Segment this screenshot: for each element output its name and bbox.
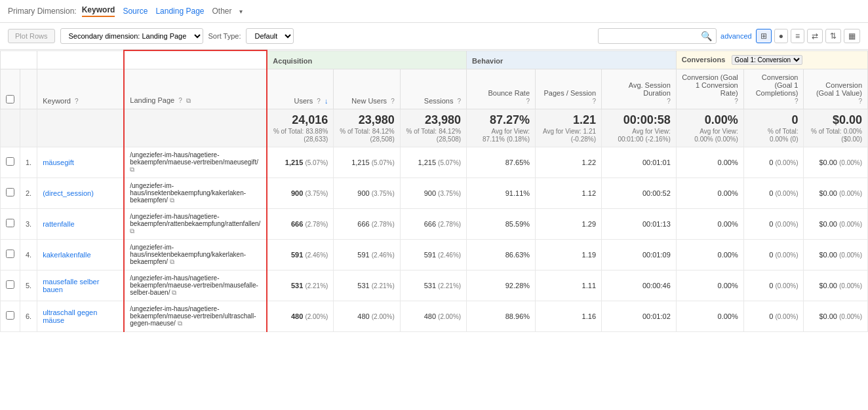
dim-keyword[interactable]: Keyword	[82, 5, 115, 17]
dim-other-dropdown[interactable]: Other ▾	[212, 7, 248, 16]
row-check-5[interactable]	[6, 311, 14, 320]
totals-pages-sub1: Avg for View:	[543, 128, 582, 135]
keyword-link-4[interactable]: mausefalle selber bauen	[43, 278, 99, 293]
landing-copy-icon-row[interactable]: ⧉	[170, 196, 174, 204]
landing-copy-icon-row[interactable]: ⧉	[130, 227, 134, 234]
conv-comp-help-icon[interactable]: ?	[795, 98, 799, 105]
duration-help-icon[interactable]: ?	[667, 98, 671, 105]
row-conv-value: $0.00 (0.00%)	[804, 301, 868, 331]
conv-rate-help-icon[interactable]: ?	[734, 98, 738, 105]
view-icon-grid[interactable]: ⊞	[756, 29, 772, 43]
view-icon-compare1[interactable]: ⇄	[807, 29, 823, 43]
row-num: 5.	[20, 270, 37, 301]
search-input[interactable]	[602, 32, 701, 40]
th-landing-placeholder	[124, 50, 267, 69]
th-sessions[interactable]: Sessions ?	[400, 69, 466, 109]
dim-landing-page[interactable]: Landing Page	[155, 7, 204, 16]
th-conv-rate[interactable]: Conversion (Goal 1 Conversion Rate) ?	[676, 69, 743, 109]
row-conv-comp: 0 (0.00%)	[743, 208, 804, 239]
keyword-help-icon[interactable]: ?	[75, 98, 79, 105]
totals-conv-rate-sub3: (0.00%)	[715, 136, 738, 143]
th-conv-value[interactable]: Conversion (Goal 1 Value) ?	[804, 69, 868, 109]
th-bounce-rate[interactable]: Bounce Rate ?	[467, 69, 536, 109]
caret-icon: ▾	[239, 8, 243, 15]
th-users[interactable]: Users ? ↓	[267, 69, 334, 109]
row-check-2[interactable]	[6, 219, 14, 227]
row-bounce: 88.96%	[467, 301, 536, 331]
row-checkbox[interactable]	[1, 301, 20, 331]
conversions-label: Conversions	[682, 56, 726, 64]
pages-help-icon[interactable]: ?	[592, 98, 596, 105]
row-check-0[interactable]	[6, 157, 14, 166]
new-users-help-icon[interactable]: ?	[391, 98, 395, 105]
select-all-checkbox[interactable]	[6, 95, 14, 103]
th-avg-duration[interactable]: Avg. Session Duration ?	[602, 69, 677, 109]
th-conv-completions[interactable]: Conversion (Goal 1 Completions) ?	[743, 69, 804, 109]
th-pages-session[interactable]: Pages / Session ?	[536, 69, 602, 109]
row-landing[interactable]: /ungeziefer-im-haus/nagetiere-bekaempfen…	[124, 301, 267, 331]
landing-copy-icon-row[interactable]: ⧉	[172, 289, 176, 296]
row-keyword[interactable]: mäusegift	[37, 147, 125, 177]
plot-rows-button[interactable]: Plot Rows	[8, 29, 55, 43]
view-icon-dot[interactable]: ●	[774, 29, 788, 43]
row-sessions: 900 (3.75%)	[400, 177, 466, 208]
row-check-3[interactable]	[6, 250, 14, 258]
row-landing[interactable]: /ungeziefer-im-haus/nagetiere-bekaempfen…	[124, 208, 267, 239]
row-conv-comp: 0 (0.00%)	[743, 147, 804, 177]
row-conv-value: $0.00 (0.00%)	[804, 208, 868, 239]
users-help-icon[interactable]: ?	[317, 98, 321, 105]
row-conv-val-pct: (0.00%)	[839, 221, 862, 228]
bounce-help-icon[interactable]: ?	[526, 98, 530, 105]
totals-bounce-sub1: Avg for View:	[491, 128, 530, 135]
row-keyword[interactable]: ultraschall gegen mäuse	[37, 301, 125, 331]
table-row: 3. rattenfalle /ungeziefer-im-haus/naget…	[1, 208, 868, 239]
row-keyword[interactable]: rattenfalle	[37, 208, 125, 239]
view-icon-pivot[interactable]: ▦	[844, 29, 860, 43]
row-checkbox[interactable]	[1, 208, 20, 239]
view-icon-list[interactable]: ≡	[791, 29, 804, 43]
totals-sessions-value: 23,980	[406, 113, 461, 127]
row-checkbox[interactable]	[1, 239, 20, 270]
goal-dropdown[interactable]: Goal 1: Conversion	[732, 55, 802, 65]
landing-copy-icon-row[interactable]: ⧉	[178, 320, 182, 327]
keyword-link-0[interactable]: mäusegift	[43, 158, 74, 166]
th-keyword[interactable]: Keyword ?	[37, 69, 125, 109]
keyword-link-2[interactable]: rattenfalle	[43, 220, 74, 228]
primary-dim-label: Primary Dimension:	[8, 7, 77, 16]
totals-users-sublabel: % of Total:	[273, 128, 304, 135]
row-conv-val-pct: (0.00%)	[839, 252, 862, 259]
row-landing[interactable]: /ungeziefer-im-haus/nagetiere-bekaempfen…	[124, 147, 267, 177]
landing-copy-icon-row[interactable]: ⧉	[130, 166, 134, 173]
row-keyword[interactable]: mausefalle selber bauen	[37, 270, 125, 301]
th-new-users[interactable]: New Users ?	[334, 69, 400, 109]
row-landing[interactable]: /ungeziefer-im-haus/insektenbekaempfung/…	[124, 177, 267, 208]
th-landing-page[interactable]: Landing Page ? ⧉	[124, 69, 267, 109]
row-checkbox[interactable]	[1, 177, 20, 208]
row-checkbox[interactable]	[1, 270, 20, 301]
search-icon[interactable]: 🔍	[701, 31, 712, 41]
keyword-link-3[interactable]: kakerlakenfalle	[43, 251, 90, 259]
row-landing[interactable]: /ungeziefer-im-haus/nagetiere-bekaempfen…	[124, 270, 267, 301]
row-check-1[interactable]	[6, 188, 14, 196]
landing-help-icon[interactable]: ?	[178, 97, 182, 104]
keyword-link-5[interactable]: ultraschall gegen mäuse	[43, 308, 97, 324]
row-landing[interactable]: /ungeziefer-im-haus/insektenbekaempfung/…	[124, 239, 267, 270]
row-conv-val-pct: (0.00%)	[839, 313, 862, 320]
sessions-help-icon[interactable]: ?	[458, 98, 462, 105]
advanced-link[interactable]: advanced	[720, 32, 752, 40]
row-keyword[interactable]: kakerlakenfalle	[37, 239, 125, 270]
dim-source[interactable]: Source	[123, 7, 148, 16]
keyword-link-1[interactable]: (direct_session)	[43, 189, 94, 197]
sort-type-select[interactable]: Default	[246, 28, 294, 44]
row-checkbox[interactable]	[1, 147, 20, 177]
view-icon-compare2[interactable]: ⇅	[825, 29, 841, 43]
landing-copy-icon[interactable]: ⧉	[186, 97, 191, 104]
row-check-4[interactable]	[6, 280, 14, 289]
row-duration: 00:01:13	[602, 208, 677, 239]
row-conv-rate: 0.00%	[676, 301, 743, 331]
conv-val-help-icon[interactable]: ?	[858, 98, 862, 105]
row-conv-comp-pct: (0.00%)	[775, 221, 798, 228]
landing-copy-icon-row[interactable]: ⧉	[170, 258, 174, 265]
row-keyword[interactable]: (direct_session)	[37, 177, 125, 208]
secondary-dimension-select[interactable]: Secondary dimension: Landing Page	[60, 28, 203, 44]
